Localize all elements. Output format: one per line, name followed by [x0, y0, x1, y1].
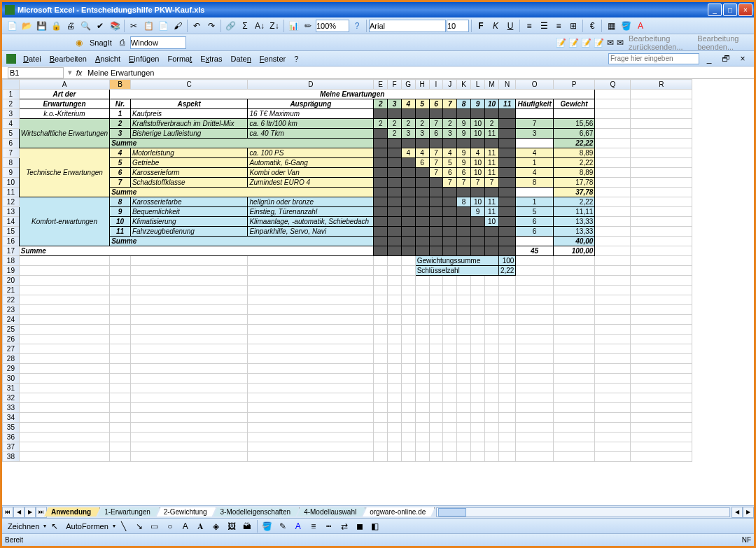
cell-R2[interactable]	[631, 99, 692, 109]
cell-r18-5[interactable]	[374, 256, 388, 266]
cell-r8-7[interactable]: 10	[471, 158, 485, 168]
cell-r33-c1[interactable]	[19, 403, 109, 413]
cell-r27-c14[interactable]	[498, 344, 515, 354]
oval-icon[interactable]: ○	[163, 519, 177, 533]
cell-r21-c5[interactable]	[374, 286, 388, 295]
cell-r33-c6[interactable]	[388, 403, 402, 413]
cell-r24-c18[interactable]	[631, 315, 692, 325]
sheet-tab-1-Erwartungen[interactable]: 1-Erwartungen	[97, 507, 160, 517]
cell-r12-4[interactable]	[429, 197, 443, 207]
cell-r27-c4[interactable]	[248, 344, 374, 354]
cell-R17[interactable]	[631, 246, 692, 256]
review-reset[interactable]: Bearbeitung zurücksenden...	[626, 34, 694, 51]
cell-r10-7[interactable]: 7	[471, 178, 485, 188]
cell-r22-c17[interactable]	[595, 295, 631, 305]
arrowstyle-icon[interactable]: ⇄	[337, 519, 351, 533]
align-center-icon[interactable]: ☰	[537, 19, 551, 33]
cell-r22-c11[interactable]	[457, 295, 471, 305]
cell-r10-5[interactable]: 7	[443, 178, 457, 188]
cell-r28-c2[interactable]	[110, 354, 131, 364]
cell-r35-c14[interactable]	[498, 423, 515, 433]
cell-r29-c1[interactable]	[19, 364, 109, 374]
cell-P2[interactable]: Gewicht	[553, 99, 595, 109]
cell-L2[interactable]: 9	[471, 99, 485, 109]
cell-r13-7[interactable]: 9	[471, 207, 485, 217]
cell-r33-c13[interactable]	[484, 403, 498, 413]
cell-r15-8[interactable]	[484, 227, 498, 237]
cell-A7[interactable]: Technische Erwartungen	[19, 148, 109, 197]
cell-r12-9[interactable]	[498, 197, 515, 207]
cell-r35-c16[interactable]	[553, 423, 595, 433]
row-header-8[interactable]: 8	[3, 158, 20, 168]
cell-r15-1[interactable]	[388, 227, 402, 237]
cell-r33-c15[interactable]	[516, 403, 553, 413]
cell-r9-8[interactable]: 11	[484, 168, 498, 178]
cell-r37-c4[interactable]	[248, 442, 374, 452]
col-header-P[interactable]: P	[553, 80, 595, 90]
cell-r32-c6[interactable]	[388, 393, 402, 403]
cell-R16[interactable]	[631, 237, 692, 246]
row-header-20[interactable]: 20	[3, 276, 20, 286]
cell-r10-9[interactable]	[498, 178, 515, 188]
cell-O4[interactable]: 7	[516, 119, 553, 129]
cell-r29-c9[interactable]	[429, 364, 443, 374]
cell-r27-c11[interactable]	[457, 344, 471, 354]
cell-Q5[interactable]	[595, 129, 631, 139]
cell-r7-0[interactable]	[374, 148, 388, 158]
cell-r27-c3[interactable]	[130, 344, 248, 354]
cell-r36-c6[interactable]	[388, 433, 402, 442]
cell-d3-6[interactable]	[457, 109, 471, 119]
cell-r17-4[interactable]	[429, 246, 443, 256]
cell-C7[interactable]: Motorleistung	[130, 148, 248, 158]
cell-r19-2[interactable]	[110, 266, 131, 276]
cell-r24-c14[interactable]	[498, 315, 515, 325]
cell-r34-c1[interactable]	[19, 413, 109, 423]
cell-schluessel-val[interactable]: 2,22	[498, 266, 515, 276]
cell-r7-4[interactable]: 7	[429, 148, 443, 158]
cell-r14-2[interactable]	[401, 217, 415, 227]
spreadsheet-grid[interactable]: ABCDEFGHIJKLMNOPQR1Art derMeine Erwartun…	[2, 79, 754, 505]
cell-r30-c16[interactable]	[553, 374, 595, 384]
cell-r13-4[interactable]	[429, 207, 443, 217]
row-header-21[interactable]: 21	[3, 286, 20, 295]
cell-r29-c15[interactable]	[516, 364, 553, 374]
cell-r14-6[interactable]	[457, 217, 471, 227]
cell-r23-c17[interactable]	[595, 305, 631, 315]
cell-r35-c2[interactable]	[110, 423, 131, 433]
cell-r27-c17[interactable]	[595, 344, 631, 354]
cell-r13-6[interactable]	[457, 207, 471, 217]
cell-r26-c4[interactable]	[248, 335, 374, 344]
cell-O10[interactable]: 8	[516, 178, 553, 188]
cell-r32-c7[interactable]	[401, 393, 415, 403]
cell-r31-c2[interactable]	[110, 384, 131, 393]
cell-r33-c10[interactable]	[443, 403, 457, 413]
cell-r33-c14[interactable]	[498, 403, 515, 413]
menu-format[interactable]: Format	[163, 53, 196, 64]
cell-r7-8[interactable]: 11	[484, 148, 498, 158]
cell-r7-7[interactable]: 4	[471, 148, 485, 158]
cell-r19-7[interactable]	[401, 266, 415, 276]
cell-r4-7[interactable]: 10	[471, 119, 485, 129]
cell-D15[interactable]: Einparkhilfe, Servo, Navi	[248, 227, 374, 237]
cell-r19-3[interactable]	[130, 266, 248, 276]
permission-icon[interactable]: 🔒	[49, 19, 63, 33]
cell-r35-c7[interactable]	[401, 423, 415, 433]
cell-r32-c2[interactable]	[110, 393, 131, 403]
cell-C14[interactable]: Klimatisierung	[130, 217, 248, 227]
paste-icon[interactable]: 📄	[156, 19, 170, 33]
cell-r33-c4[interactable]	[248, 403, 374, 413]
cell-r20-c16[interactable]	[553, 276, 595, 286]
cell-C8[interactable]: Getriebe	[130, 158, 248, 168]
cell-P14[interactable]: 13,33	[553, 217, 595, 227]
cell-r11-7[interactable]	[471, 188, 485, 197]
cell-r23-c3[interactable]	[130, 305, 248, 315]
app-icon[interactable]	[6, 54, 16, 64]
cell-r38-c15[interactable]	[516, 452, 553, 462]
cell-P11[interactable]: 37,78	[553, 188, 595, 197]
cell-O13[interactable]: 5	[516, 207, 553, 217]
cell-r26-c2[interactable]	[110, 335, 131, 344]
cell-r31-c7[interactable]	[401, 384, 415, 393]
cell-r32-c13[interactable]	[484, 393, 498, 403]
cell-r37-c17[interactable]	[595, 442, 631, 452]
cell-r18-7[interactable]	[401, 256, 415, 266]
